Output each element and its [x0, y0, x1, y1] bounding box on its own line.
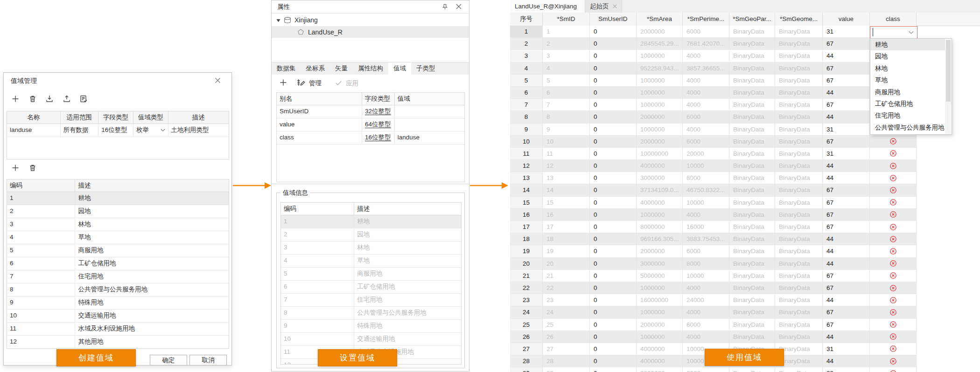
column-header[interactable]: value [823, 13, 870, 26]
class-cell[interactable] [870, 270, 917, 282]
field-type-cell[interactable]: 32位整型 [362, 105, 395, 118]
manage-icon[interactable] [296, 78, 306, 88]
table-row[interactable]: 5商服用地 [281, 268, 461, 281]
add-code-icon[interactable] [11, 163, 20, 172]
attribute-row[interactable]: 17170800000016000BinaryDataBinaryData67 [510, 221, 917, 233]
table-row[interactable]: 6工矿仓储用地 [281, 281, 461, 294]
dropdown-item[interactable]: 住宅用地 [870, 110, 945, 121]
attribute-row[interactable]: 77010000004000BinaryDataBinaryData67 [510, 99, 917, 111]
table-row[interactable]: 6工矿仓储用地 [7, 257, 229, 270]
tab-数据集[interactable]: 数据集 [272, 62, 301, 75]
tab-子类型[interactable]: 子类型 [411, 62, 441, 75]
class-cell[interactable] [870, 343, 917, 355]
table-row[interactable]: 1耕地 [7, 192, 229, 205]
scrollbar-thumb[interactable] [946, 40, 951, 102]
cancel-button[interactable]: 取消 [189, 355, 227, 365]
table-row[interactable]: 2园地 [281, 228, 461, 241]
set-domain-button[interactable]: 设置值域 [318, 349, 397, 366]
table-row[interactable]: 1耕地 [281, 215, 461, 228]
column-header[interactable]: *SmArea [637, 13, 683, 26]
class-cell[interactable] [870, 172, 917, 184]
table-row[interactable]: 7住宅用地 [7, 270, 229, 283]
tab-属性结构[interactable]: 属性结构 [353, 62, 388, 75]
attribute-row[interactable]: 232301600000024000BinaryDataBinaryData44 [510, 294, 917, 306]
attribute-row[interactable]: 2202845545.29...7681.42070...BinaryDataB… [510, 38, 917, 50]
attribute-row[interactable]: 1616010000004000BinaryDataBinaryData67 [510, 209, 917, 221]
dropdown-scrollbar[interactable] [945, 39, 951, 134]
attribute-row[interactable]: 2626010000004000BinaryDataBinaryData44 [510, 331, 917, 343]
delete-code-icon[interactable] [28, 163, 37, 172]
delete-icon[interactable] [28, 94, 37, 103]
add-domain-icon[interactable] [279, 78, 288, 87]
table-row[interactable]: 10交通运输用地 [7, 310, 229, 323]
attribute-row[interactable]: 18180969166.305...3883.75453...BinaryDat… [510, 233, 917, 245]
field-domain-cell[interactable] [395, 105, 464, 118]
import-icon[interactable] [45, 94, 54, 103]
chevron-down-icon[interactable] [909, 31, 914, 34]
table-row[interactable]: 4草地 [7, 231, 229, 244]
class-cell[interactable] [870, 209, 917, 221]
column-header[interactable]: 序号 [510, 13, 543, 26]
validate-icon[interactable] [79, 94, 88, 103]
attribute-row[interactable]: 88020000006000BinaryDataBinaryData44 [510, 111, 917, 123]
class-cell[interactable] [870, 258, 917, 270]
dropdown-item[interactable]: 林地 [870, 62, 945, 74]
tab-矢量[interactable]: 矢量 [330, 62, 353, 75]
column-header[interactable]: SmUserID [590, 13, 637, 26]
attribute-row[interactable]: 15150400000010000BinaryDataBinaryData67 [510, 197, 917, 209]
tab-值域[interactable]: 值域 [388, 62, 411, 75]
field-row[interactable]: class 16位整型 landuse [277, 131, 464, 145]
close-icon[interactable] [455, 3, 462, 10]
attribute-row[interactable]: 11020000006000BinaryDataBinaryData31 [510, 26, 917, 38]
dropdown-item[interactable]: 商服用地 [870, 86, 945, 98]
attribute-row[interactable]: 111101000000020000BinaryDataBinaryData31 [510, 148, 917, 160]
class-cell[interactable] [870, 148, 917, 160]
attribute-row[interactable]: 2222010000004000BinaryDataBinaryData67 [510, 282, 917, 294]
table-row[interactable]: 7住宅用地 [281, 294, 461, 307]
dropdown-item[interactable]: 园地 [870, 50, 945, 62]
table-row[interactable]: 3林地 [7, 218, 229, 231]
field-domain-cell[interactable] [395, 118, 464, 131]
class-cell[interactable] [870, 355, 917, 367]
table-row[interactable]: 10交通运输用地 [281, 333, 461, 346]
class-combo-editor[interactable] [870, 26, 917, 39]
table-row[interactable]: 9特殊用地 [281, 320, 461, 333]
add-icon[interactable] [11, 94, 20, 103]
use-domain-button[interactable]: 使用值域 [705, 349, 784, 366]
table-row[interactable]: 3林地 [281, 241, 461, 255]
attribute-row[interactable]: 1414037134109.0...46750.8322...BinaryDat… [510, 184, 917, 196]
class-cell[interactable] [870, 294, 917, 306]
tab-attribute-table[interactable]: LandUse_R@Xinjiang [510, 0, 585, 13]
table-row[interactable]: 4草地 [281, 255, 461, 268]
field-type-cell[interactable]: 64位整型 [362, 118, 395, 131]
domain-row[interactable]: landuse 所有数据 16位整型 枚举 土地利用类型 [7, 124, 229, 137]
tab-start-page[interactable]: 起始页 [585, 0, 622, 13]
class-cell[interactable] [870, 319, 917, 331]
apply-button[interactable]: 应用 [346, 79, 358, 88]
attribute-row[interactable]: 1919020000006000BinaryDataBinaryData44 [510, 245, 917, 257]
table-row[interactable]: 12其他用地 [7, 336, 229, 349]
class-cell[interactable] [870, 306, 917, 318]
table-row[interactable]: 8公共管理与公共服务用地 [281, 307, 461, 320]
export-icon[interactable] [62, 94, 71, 103]
field-domain-cell[interactable]: landuse [395, 131, 464, 144]
attribute-row[interactable]: 2929020000006000BinaryDataBinaryData23 [510, 367, 917, 372]
field-type-select[interactable]: 16位整型 [98, 124, 133, 137]
field-type-cell[interactable]: 16位整型 [362, 131, 395, 144]
ok-button[interactable]: 确定 [150, 355, 187, 365]
dropdown-item[interactable]: 耕地 [870, 39, 945, 50]
attribute-row[interactable]: 1313030000008000BinaryDataBinaryData44 [510, 172, 917, 184]
manage-button[interactable]: 管理 [309, 79, 322, 88]
table-row[interactable]: 11水域及水利设施用地 [7, 323, 229, 336]
dropdown-item[interactable]: 公共管理与公共服务用地 [870, 122, 945, 133]
class-cell[interactable] [870, 233, 917, 245]
class-cell[interactable] [870, 245, 917, 257]
pin-icon[interactable] [441, 3, 448, 10]
attribute-row[interactable]: 99010000004000BinaryDataBinaryData31 [510, 124, 917, 136]
field-row[interactable]: value 64位整型 [277, 118, 464, 131]
dropdown-item[interactable]: 工矿仓储用地 [870, 98, 945, 110]
close-tab-icon[interactable] [613, 4, 617, 8]
class-cell[interactable] [870, 184, 917, 196]
attribute-row[interactable]: 2525020000006000BinaryDataBinaryData67 [510, 319, 917, 331]
close-icon[interactable] [214, 77, 221, 84]
